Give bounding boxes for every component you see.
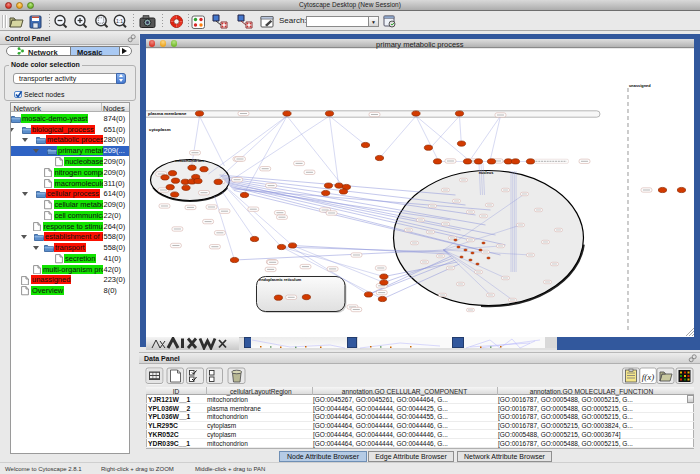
svg-text:unassigned: unassigned: [628, 83, 650, 88]
svg-text:1:1: 1:1: [116, 18, 123, 24]
svg-text:endoplasmic reticulum: endoplasmic reticulum: [258, 277, 301, 282]
svg-text:nucleus: nucleus: [478, 170, 493, 175]
svg-text:mitochondrion: mitochondrion: [175, 158, 204, 163]
svg-text:plasma membrane: plasma membrane: [147, 111, 186, 116]
svg-text:f(x): f(x): [642, 372, 655, 382]
svg-text:cytoplasm: cytoplasm: [148, 127, 170, 132]
